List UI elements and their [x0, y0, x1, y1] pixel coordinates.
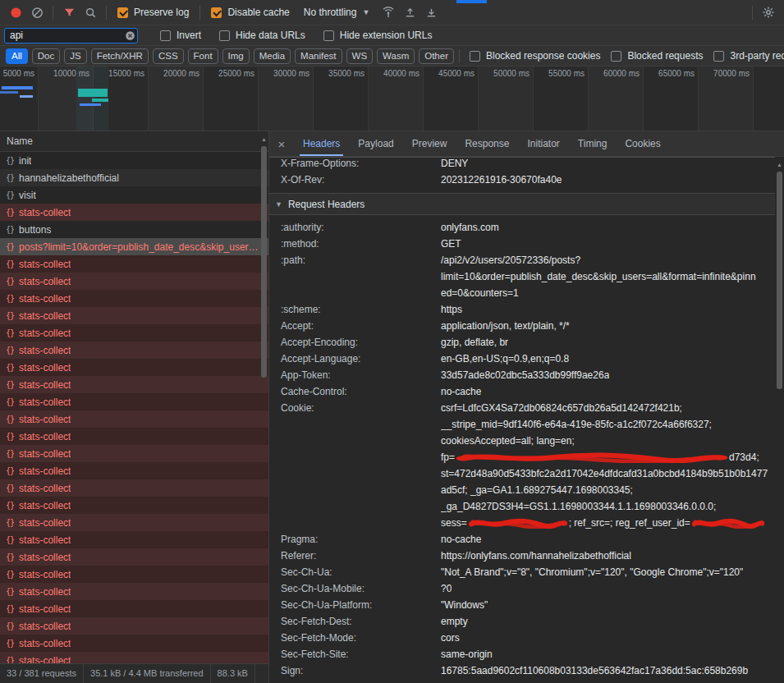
- type-filter-chip[interactable]: All: [6, 48, 28, 64]
- blocked-filter-checkbox[interactable]: Blocked requests: [611, 50, 703, 62]
- request-row[interactable]: {} stats-collect: [0, 600, 268, 617]
- blocked-filter-label: Blocked response cookies: [486, 50, 600, 62]
- type-filter-chip[interactable]: Other: [419, 48, 454, 64]
- header-row: Time: 1703636799438: [269, 679, 775, 683]
- request-row[interactable]: {} stats-collect: [0, 307, 268, 324]
- filter-toggle-button[interactable]: [58, 2, 80, 22]
- request-row[interactable]: {} stats-collect: [0, 273, 268, 290]
- details-scrollbar[interactable]: ▲: [775, 158, 784, 683]
- json-file-icon: {}: [6, 466, 14, 475]
- request-row[interactable]: {} stats-collect: [0, 445, 268, 462]
- request-row[interactable]: {} stats-collect: [0, 376, 268, 393]
- preserve-log-checkbox[interactable]: Preserve log: [117, 7, 189, 18]
- request-row[interactable]: {} stats-collect: [0, 462, 268, 479]
- request-row[interactable]: {} posts?limit=10&order=publish_date_des…: [0, 238, 268, 255]
- details-tab[interactable]: Response: [456, 131, 518, 156]
- json-file-icon: {}: [6, 225, 14, 234]
- hide-data-urls-checkbox[interactable]: Hide data URLs: [219, 30, 305, 41]
- request-headers-section-header[interactable]: ▼ Request Headers: [269, 193, 775, 215]
- request-name: stats-collect: [19, 207, 71, 218]
- request-row[interactable]: {} hannahelizabethofficial: [0, 169, 268, 186]
- request-row[interactable]: {} stats-collect: [0, 410, 268, 428]
- type-filter-chip[interactable]: CSS: [153, 48, 184, 64]
- request-row[interactable]: {} stats-collect: [0, 548, 268, 566]
- record-button[interactable]: [5, 2, 26, 22]
- filter-input[interactable]: [4, 28, 138, 44]
- request-row[interactable]: {} buttons: [0, 221, 268, 238]
- details-tab[interactable]: Payload: [349, 131, 402, 156]
- checkbox-unchecked[interactable]: [611, 51, 621, 62]
- name-column-header[interactable]: Name: [0, 131, 268, 152]
- export-har-button[interactable]: [420, 2, 442, 22]
- request-row[interactable]: {} stats-collect: [0, 324, 268, 342]
- resources-size: 88.3 kB: [211, 664, 255, 683]
- request-row[interactable]: {} stats-collect: [0, 290, 268, 307]
- request-row[interactable]: {} visit: [0, 186, 268, 204]
- header-value: "Not_A Brand";v="8", "Chromium";v="120",…: [441, 564, 743, 580]
- search-button[interactable]: [80, 2, 101, 22]
- invert-checkbox[interactable]: Invert: [160, 30, 201, 41]
- request-row[interactable]: {} stats-collect: [0, 342, 268, 359]
- checkbox-unchecked[interactable]: [323, 30, 334, 41]
- request-row[interactable]: {} init: [0, 152, 268, 169]
- details-tab[interactable]: Headers: [294, 131, 349, 156]
- blocked-filter-checkbox[interactable]: Blocked response cookies: [470, 50, 600, 62]
- details-tab[interactable]: Timing: [569, 131, 617, 156]
- request-row[interactable]: {} stats-collect: [0, 583, 268, 600]
- header-name: Accept:: [269, 318, 441, 334]
- request-row[interactable]: {} stats-collect: [0, 393, 268, 410]
- request-row[interactable]: {} stats-collect: [0, 497, 268, 514]
- details-tab[interactable]: Cookies: [616, 131, 669, 156]
- clear-filter-icon[interactable]: [125, 30, 135, 41]
- requests-scrollbar[interactable]: ▲: [259, 133, 268, 662]
- request-row[interactable]: {} stats-collect: [0, 566, 268, 583]
- request-row[interactable]: {} stats-collect: [0, 204, 268, 221]
- type-filter-chip[interactable]: Font: [188, 48, 218, 64]
- timeline-tick: 60000 ms: [589, 66, 644, 131]
- checkbox-unchecked[interactable]: [713, 51, 724, 62]
- timeline-overview[interactable]: 5000 ms10000 ms15000 ms20000 ms25000 ms3…: [0, 66, 784, 131]
- request-row[interactable]: {} stats-collect: [0, 479, 268, 497]
- request-row[interactable]: {} stats-collect: [0, 514, 268, 531]
- scroll-up-icon[interactable]: ▲: [261, 135, 267, 144]
- import-har-button[interactable]: [399, 2, 420, 22]
- checkbox-checked[interactable]: [117, 7, 128, 18]
- name-column-label: Name: [7, 135, 33, 147]
- type-filter-chip[interactable]: JS: [64, 48, 86, 64]
- checkbox-unchecked[interactable]: [219, 30, 230, 41]
- request-row[interactable]: {} stats-collect: [0, 531, 268, 548]
- scrollbar-thumb[interactable]: [777, 172, 782, 389]
- disable-cache-checkbox[interactable]: Disable cache: [211, 7, 289, 18]
- close-icon[interactable]: ×: [269, 131, 294, 156]
- checkbox-unchecked[interactable]: [470, 51, 480, 62]
- request-row[interactable]: {} stats-collect: [0, 255, 268, 273]
- request-row[interactable]: {} stats-collect: [0, 428, 268, 445]
- type-filter-chip[interactable]: WS: [346, 48, 374, 64]
- scroll-up-icon[interactable]: ▲: [777, 161, 782, 169]
- cookie-text: ; ref_src=; reg_ref_user_id=: [569, 515, 690, 531]
- blocked-filter-checkbox[interactable]: 3rd-party requests: [713, 50, 784, 62]
- type-filter-chip[interactable]: Wasm: [377, 48, 415, 64]
- checkbox-unchecked[interactable]: [160, 30, 171, 41]
- throttling-select[interactable]: No throttling ▼: [304, 7, 370, 18]
- details-tab[interactable]: Initiator: [518, 131, 568, 156]
- type-filter-chip[interactable]: Doc: [32, 48, 60, 64]
- scrollbar-thumb[interactable]: [261, 146, 267, 378]
- type-filter-chip[interactable]: Media: [254, 48, 291, 64]
- header-row: Sec-Ch-Ua-Mobile: ?0: [269, 580, 775, 597]
- network-conditions-button[interactable]: [378, 2, 399, 22]
- type-filter-chip[interactable]: Manifest: [295, 48, 342, 64]
- type-filter-chip[interactable]: Fetch/XHR: [91, 48, 149, 64]
- settings-button[interactable]: [758, 2, 779, 22]
- hide-extension-urls-checkbox[interactable]: Hide extension URLs: [323, 30, 433, 41]
- request-row[interactable]: {} stats-collect: [0, 359, 268, 376]
- header-name: Cookie:: [269, 400, 441, 416]
- request-row[interactable]: {} stats-collect: [0, 652, 268, 663]
- request-row[interactable]: {} stats-collect: [0, 617, 268, 635]
- header-value: ?0: [441, 580, 452, 597]
- checkbox-checked[interactable]: [211, 7, 222, 18]
- clear-network-log-button[interactable]: [26, 2, 48, 22]
- details-tab[interactable]: Preview: [403, 131, 456, 156]
- type-filter-chip[interactable]: Img: [222, 48, 250, 64]
- request-row[interactable]: {} stats-collect: [0, 635, 268, 652]
